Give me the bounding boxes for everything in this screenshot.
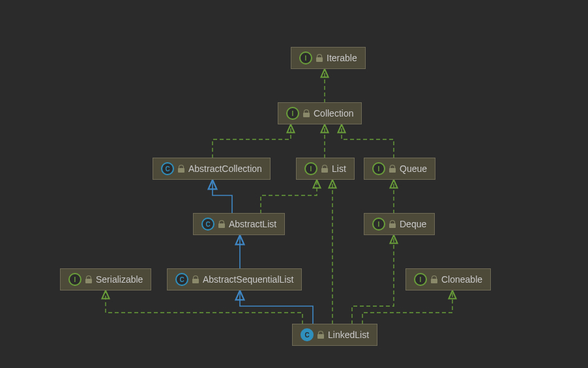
lock-icon — [178, 165, 184, 173]
node-queue[interactable]: I Queue — [364, 158, 435, 180]
node-label: AbstractSequentialList — [203, 274, 293, 285]
interface-icon: I — [299, 51, 312, 64]
interface-icon: I — [372, 218, 385, 231]
node-cloneable[interactable]: I Cloneable — [405, 268, 491, 290]
class-icon: C — [175, 273, 188, 286]
interface-icon: I — [304, 162, 317, 175]
node-label: Cloneable — [441, 274, 482, 285]
lock-icon — [317, 331, 324, 339]
node-deque[interactable]: I Deque — [364, 213, 435, 235]
node-label: Serializable — [96, 274, 143, 285]
lock-icon — [389, 220, 396, 228]
interface-icon: I — [68, 273, 81, 286]
node-linked-list[interactable]: C LinkedList — [292, 324, 377, 346]
interface-icon: I — [414, 273, 427, 286]
node-serializable[interactable]: I Serializable — [60, 268, 151, 290]
node-abstract-sequential-list[interactable]: C AbstractSequentialList — [167, 268, 302, 290]
class-icon: C — [301, 328, 314, 341]
lock-icon — [431, 276, 437, 283]
lock-icon — [316, 54, 323, 62]
lock-icon — [321, 165, 328, 173]
node-label: LinkedList — [328, 330, 369, 340]
node-collection[interactable]: I Collection — [278, 102, 362, 124]
lock-icon — [389, 165, 396, 173]
interface-icon: I — [286, 107, 299, 120]
node-label: Queue — [400, 163, 427, 174]
lock-icon — [218, 220, 225, 228]
node-label: Iterable — [327, 53, 357, 63]
node-label: Collection — [314, 108, 353, 119]
node-list[interactable]: I List — [296, 158, 355, 180]
class-icon: C — [161, 162, 174, 175]
lock-icon — [303, 109, 310, 117]
class-icon: C — [201, 218, 214, 231]
uml-hierarchy-diagram: I Iterable I Collection C AbstractCollec… — [0, 0, 588, 368]
node-label: AbstractCollection — [188, 163, 262, 174]
lock-icon — [85, 276, 92, 283]
node-label: Deque — [400, 219, 426, 229]
node-abstract-list[interactable]: C AbstractList — [193, 213, 285, 235]
node-abstract-collection[interactable]: C AbstractCollection — [153, 158, 271, 180]
node-label: List — [332, 163, 346, 174]
node-iterable[interactable]: I Iterable — [291, 47, 366, 69]
node-label: AbstractList — [229, 219, 276, 229]
lock-icon — [192, 276, 199, 283]
interface-icon: I — [372, 162, 385, 175]
